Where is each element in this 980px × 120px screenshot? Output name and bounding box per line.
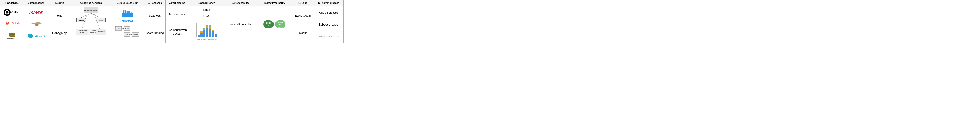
github-label: GitHub [11, 11, 20, 14]
devops-infinity-diagram: code Dev deploy Ops monitor test [262, 16, 286, 32]
svg-text:Dev: Dev [267, 25, 270, 27]
concurrency-chart: num processes [193, 21, 220, 40]
header-logs: 11.Logs [292, 0, 313, 6]
header-build: 5.Build,release,run [111, 0, 144, 6]
maven-label: maven [29, 10, 43, 15]
svg-rect-52 [209, 27, 211, 29]
header-processes: 6.Processes [144, 0, 165, 6]
svg-text:code: code [266, 22, 270, 24]
svg-rect-45 [203, 30, 205, 37]
svg-rect-15 [30, 37, 31, 38]
backing-lines [75, 6, 106, 42]
svg-rect-26 [128, 11, 130, 13]
svg-rect-21 [123, 11, 124, 13]
docker-icon [121, 8, 135, 19]
maven-logo: maven [29, 10, 43, 15]
svg-text:test: test [266, 27, 268, 29]
svg-rect-20 [122, 13, 133, 17]
event-stream-label: Event stream [295, 14, 310, 17]
twelve-factor-table: 1.Codebase 2.Dependency 3.Config 4.Backi… [0, 0, 344, 43]
logs-cell: Event stream Stdout [292, 6, 313, 43]
concurrency-cell: Scale HPA num processes [189, 6, 224, 43]
svg-line-18 [82, 13, 88, 29]
header-devprod: 10.Dev/Prod parity [257, 0, 292, 6]
stdout-label: Stdout [299, 32, 307, 35]
svg-rect-23 [126, 11, 128, 13]
env-label: Env [57, 14, 62, 18]
svg-rect-43 [200, 33, 203, 37]
svg-text:Config(1): Config(1) [124, 34, 130, 35]
codebase-cell: GitHub GitLab [0, 6, 24, 43]
header-codebase: 1.Codebase [0, 0, 24, 6]
svg-rect-47 [203, 27, 205, 29]
header-admin: 12. Admin process [313, 0, 343, 6]
svg-text:Ops: Ops [278, 23, 282, 25]
svg-text:num processes: num processes [193, 26, 194, 35]
svg-point-5 [13, 34, 15, 35]
svg-point-3 [10, 34, 11, 35]
header-config: 3.Config [49, 0, 70, 6]
svg-rect-48 [206, 28, 208, 37]
svg-text:deploy: deploy [278, 21, 283, 23]
svg-rect-51 [209, 29, 211, 37]
disposability-cell: Graceful termination [224, 6, 257, 43]
svg-text:monitor: monitor [278, 26, 283, 28]
hpa-label: HPA [204, 14, 209, 18]
dependency-cell: maven [24, 6, 49, 43]
backing-cell: Production deploy MySQL Twitter Outbound… [70, 6, 111, 43]
source-attribution: Source http://jimmysong.io [318, 35, 339, 37]
configmap-label: ConfigMap [52, 31, 67, 35]
svg-rect-54 [212, 32, 214, 37]
svg-line-19 [94, 13, 100, 29]
svg-rect-49 [206, 26, 208, 28]
svg-rect-25 [125, 10, 126, 11]
gitlab-icon [4, 20, 11, 27]
devprod-cell: code Dev deploy Ops monitor test [257, 6, 292, 43]
svg-text:Release: Release [132, 34, 138, 35]
svg-rect-55 [212, 30, 214, 32]
svg-text:Workload diversity (process ty: Workload diversity (process types) [197, 39, 217, 40]
tortoisesvn-logo: TortoiseSVN [7, 31, 17, 40]
docker-label: docker [121, 19, 135, 23]
admin-cell: One-off process kubectl exec Source http… [313, 6, 343, 43]
self-contained-label: Self-contained [169, 13, 186, 16]
kubectl-exec-label: kubectl exec [319, 23, 338, 26]
build-cell: docker Code Build [111, 6, 144, 43]
github-logo: GitHub [3, 9, 20, 16]
stateless-label: Stateless [149, 14, 161, 17]
svg-rect-24 [123, 10, 124, 11]
gradle-elephant-icon [27, 32, 34, 39]
docker-logo: docker [121, 8, 135, 23]
gradle-logo: Gradle [27, 32, 45, 39]
header-backing: 4.Backing services [70, 0, 111, 6]
svg-rect-50 [206, 25, 208, 26]
svg-point-12 [29, 34, 30, 36]
scale-label: Scale [203, 8, 210, 11]
svg-text:Build: Build [125, 28, 129, 29]
plane-icon [30, 21, 43, 27]
share-nothing-label: Share-nothing [146, 31, 164, 35]
header-dependency: 2.Dependency [24, 0, 49, 6]
build-pipeline: Code Build Config(1) [115, 25, 140, 41]
svg-point-27 [132, 14, 133, 14]
svg-rect-44 [200, 32, 203, 33]
gitlab-label: GitLab [12, 22, 20, 25]
port-bound-label: Port-bound Web process [167, 28, 188, 36]
svg-rect-46 [203, 29, 205, 30]
port-cell: Self-contained Port-bound Web process [165, 6, 189, 43]
svg-rect-14 [30, 37, 30, 38]
graceful-termination-label: Graceful termination [229, 22, 252, 26]
header-disposability: 9.Disposability [224, 0, 257, 6]
svg-point-9 [14, 36, 15, 37]
tortoise-icon [8, 31, 16, 38]
svg-text:Code: Code [117, 28, 121, 29]
tortoisesvn-label: TortoiseSVN [7, 38, 17, 40]
svg-rect-22 [125, 11, 126, 13]
config-cell: Env ConfigMap [49, 6, 70, 43]
header-concurrency: 8.Concurrency [189, 0, 224, 6]
processes-cell: Stateless Share-nothing [144, 6, 165, 43]
gitlab-logo: GitLab [4, 20, 20, 27]
header-port: 7.Port binding [165, 0, 189, 6]
github-icon [3, 9, 11, 16]
svg-point-13 [31, 35, 32, 35]
